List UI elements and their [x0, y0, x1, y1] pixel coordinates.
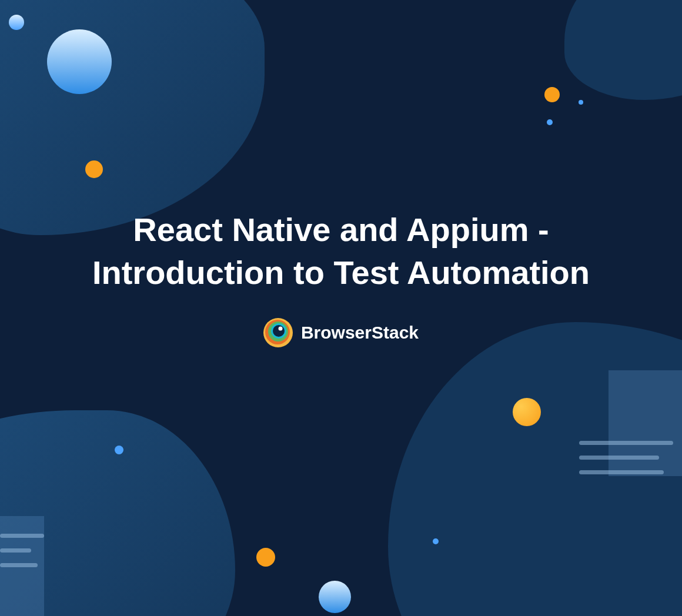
decorative-lines	[579, 441, 673, 485]
decorative-dot	[547, 119, 553, 125]
brand-name: BrowserStack	[301, 323, 419, 343]
decorative-lines	[0, 534, 44, 578]
browserstack-logo-icon	[263, 318, 293, 347]
background-blob	[0, 0, 265, 235]
page-title: React Native and Appium - Introduction t…	[0, 209, 682, 294]
main-content: React Native and Appium - Introduction t…	[0, 209, 682, 347]
decorative-circle	[544, 87, 560, 102]
svg-point-4	[273, 325, 285, 337]
decorative-circle	[47, 29, 112, 94]
decorative-dot	[115, 446, 123, 454]
background-blob	[564, 0, 682, 100]
decorative-dot	[579, 100, 583, 105]
decorative-dot	[433, 538, 439, 544]
svg-point-5	[278, 326, 282, 330]
decorative-circle	[9, 15, 24, 30]
decorative-circle	[85, 160, 103, 178]
decorative-circle	[256, 548, 275, 567]
decorative-circle	[319, 581, 351, 613]
decorative-circle	[513, 398, 541, 426]
brand-lockup: BrowserStack	[0, 318, 682, 347]
